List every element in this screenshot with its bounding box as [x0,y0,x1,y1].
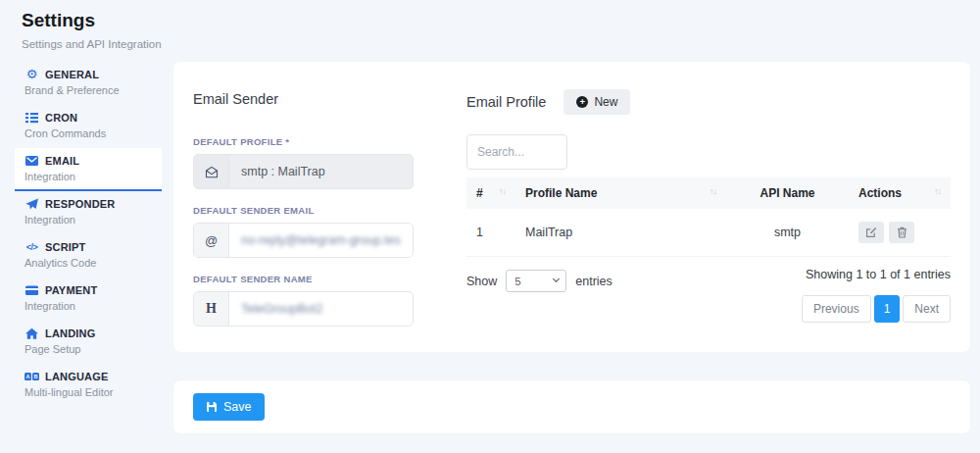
email-sender-section: Email Sender DEFAULT PROFILE * DEFAULT S… [193,81,414,332]
page-title: Settings [22,10,958,31]
column-header-api-name[interactable]: API Name [726,177,849,209]
delete-button[interactable] [889,222,914,243]
sidebar-item-sublabel: Analytics Code [24,257,154,269]
envelope-open-icon [194,155,229,188]
column-header-index[interactable]: # [466,177,515,209]
row-actions-cell [849,209,951,257]
email-settings-card: Email Sender DEFAULT PROFILE * DEFAULT S… [173,62,970,352]
table-header-row: # Profile Name API Name Actions [466,177,951,209]
page-header: Settings Settings and API Integration [0,0,980,50]
save-icon [206,401,218,413]
default-sender-email-input[interactable] [229,224,413,257]
sidebar-item-label: SCRIPT [45,241,86,253]
letter-h-icon: H [194,292,229,326]
sidebar-item-label: PAYMENT [45,284,97,296]
next-page-button[interactable]: Next [903,295,951,323]
entries-label: entries [575,275,612,288]
sidebar-item-label: CRON [45,112,77,124]
email-sender-heading: Email Sender [193,91,414,107]
sidebar-item-label: GENERAL [45,69,99,80]
row-index-cell: 1 [466,209,515,257]
sidebar-item-language[interactable]: AB LANGUAGE Multi-lingual Editor [15,364,162,407]
email-profile-heading: Email Profile [466,94,546,110]
sidebar-item-label: RESPONDER [45,198,115,210]
sort-icon[interactable] [710,187,716,196]
code-icon: </> [24,240,39,253]
default-sender-email-label: DEFAULT SENDER EMAIL [193,205,414,216]
row-profile-name-cell: MailTrap [515,209,726,257]
default-sender-email-group: @ [193,223,414,258]
save-card: Save [173,380,970,433]
sidebar-item-label: LANGUAGE [45,371,109,382]
page-subtitle: Settings and API Integration [22,38,958,50]
default-sender-name-input[interactable] [229,292,413,326]
sidebar-item-sublabel: Page Setup [24,343,154,355]
email-profile-header: Email Profile New [466,89,951,115]
sidebar-item-payment[interactable]: PAYMENT Integration [15,277,162,321]
save-button[interactable]: Save [193,393,265,421]
default-profile-input[interactable] [229,155,413,188]
sidebar-item-cron[interactable]: CRON Cron Commands [15,105,162,148]
sidebar-item-sublabel: Multi-lingual Editor [24,386,154,398]
trash-icon [897,226,907,238]
sidebar-item-responder[interactable]: RESPONDER Integration [15,191,162,234]
default-sender-name-group: H [193,291,414,327]
table-footer: Show 5 entries Showing 1 to 1 of 1 entri… [466,268,951,323]
column-header-profile-name[interactable]: Profile Name [515,177,726,209]
plus-circle-icon [576,96,588,108]
sidebar-item-sublabel: Integration [24,300,154,312]
sidebar-item-script[interactable]: </> SCRIPT Analytics Code [15,234,162,277]
edit-icon [865,226,877,238]
edit-button[interactable] [858,222,884,243]
sidebar-item-sublabel: Integration [24,214,154,226]
table-row: 1 MailTrap smtp [466,209,951,257]
main-column: Email Sender DEFAULT PROFILE * DEFAULT S… [173,62,970,433]
credit-card-icon [24,283,39,296]
previous-page-button[interactable]: Previous [802,295,871,323]
showing-entries-text: Showing 1 to 1 of 1 entries [806,268,951,281]
page-1-button[interactable]: 1 [874,295,901,323]
content: ⚙ GENERAL Brand & Preference CRON Cron C… [15,62,970,433]
sidebar-item-sublabel: Brand & Preference [24,84,154,96]
settings-sidebar: ⚙ GENERAL Brand & Preference CRON Cron C… [15,62,162,407]
sidebar-item-label: EMAIL [45,155,79,167]
envelope-icon [24,154,39,167]
row-api-name-cell: smtp [726,209,849,257]
sort-icon[interactable] [934,187,941,196]
sort-icon[interactable] [499,187,506,196]
gear-icon: ⚙ [24,68,39,80]
sidebar-item-general[interactable]: ⚙ GENERAL Brand & Preference [15,62,162,105]
default-sender-name-label: DEFAULT SENDER NAME [193,274,414,284]
new-button-label: New [594,95,617,109]
pagination: Previous 1 Next [802,295,951,323]
sidebar-item-label: LANDING [45,327,96,339]
column-header-actions[interactable]: Actions [849,177,951,209]
email-profile-table: # Profile Name API Name Actions [466,177,951,257]
new-profile-button[interactable]: New [564,89,630,115]
task-list-icon [24,111,39,124]
page-size-select[interactable]: 5 [506,270,566,292]
at-sign-icon: @ [194,224,229,257]
search-input[interactable] [466,134,567,170]
sidebar-item-sublabel: Cron Commands [24,127,154,139]
sidebar-item-landing[interactable]: LANDING Page Setup [15,321,162,364]
email-profile-section: Email Profile New # Pro [466,81,951,332]
default-profile-label: DEFAULT PROFILE * [193,136,414,147]
page-size-control: Show 5 entries [466,270,612,292]
save-button-label: Save [223,400,252,414]
translate-icon: AB [24,370,39,382]
home-icon [24,327,39,339]
sidebar-item-email[interactable]: EMAIL Integration [15,148,162,191]
paper-plane-icon [24,197,39,210]
sidebar-item-sublabel: Integration [24,171,154,182]
default-profile-group [193,154,414,189]
show-label: Show [466,275,497,288]
